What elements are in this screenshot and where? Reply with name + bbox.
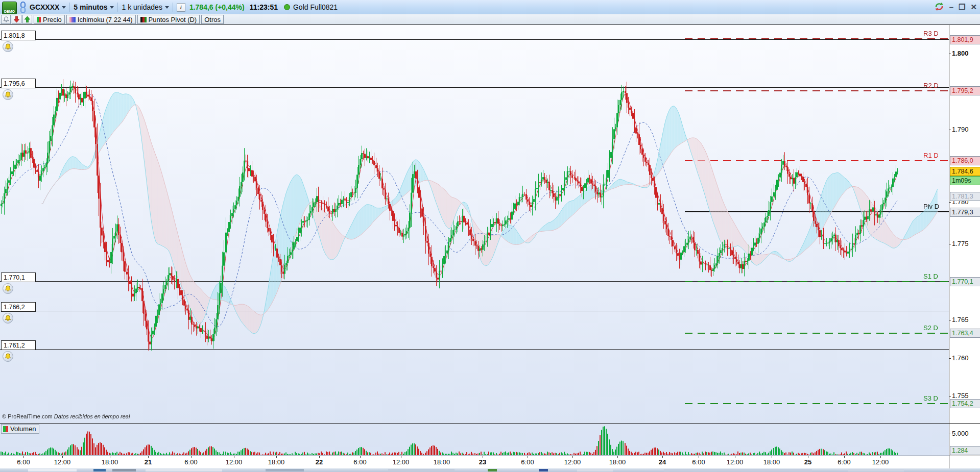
day-label: 22 <box>316 458 323 466</box>
price-tag-1.779,3[interactable]: 1.779,3 <box>950 208 980 217</box>
pivot-label-Piv-D: Piv D <box>923 203 939 210</box>
divider <box>69 3 70 12</box>
volume-separator <box>0 423 980 424</box>
maximize-button[interactable]: ❐ <box>959 3 965 11</box>
link-icon[interactable] <box>19 2 27 13</box>
alarm-button[interactable] <box>1 15 11 24</box>
taskbar-item[interactable] <box>266 469 304 471</box>
tab-label: Precio <box>43 16 62 23</box>
pivot-label-S2-D: S2 D <box>923 324 938 332</box>
axis-tick-label: 5.000 <box>952 430 969 437</box>
alert-price-label[interactable]: 1.801,8 <box>1 31 36 40</box>
pivot-icon <box>140 17 147 22</box>
minimize-button[interactable]: – <box>949 3 953 11</box>
taskbar-sliver[interactable] <box>0 468 980 472</box>
price-axis[interactable]: 1.8001.7901.7801.7751.7651.7601.7555.000… <box>949 24 980 456</box>
price-tag-1.786,0[interactable]: 1.786,0 <box>950 156 980 165</box>
price-tag-1.781,3[interactable]: 1.781,3 <box>950 192 980 201</box>
hour-label: 18:00 <box>609 458 626 466</box>
taskbar-item[interactable] <box>664 469 812 471</box>
volume-icon <box>3 426 8 432</box>
symbol-label: GCXXXX <box>30 3 59 11</box>
buy-arrow-button[interactable] <box>22 15 32 24</box>
taskbar-item[interactable] <box>146 469 222 471</box>
alert-bell-icon[interactable] <box>3 283 13 294</box>
timeframe-dropdown[interactable]: 5 minutos <box>74 0 114 14</box>
alert-price-label[interactable]: 1.795,6 <box>1 79 36 88</box>
close-button[interactable]: ✕ <box>970 3 977 11</box>
clock: 11:23:51 <box>250 3 278 11</box>
feed-name: Gold Full0821 <box>293 3 338 11</box>
axis-tick-label: 1.775 <box>952 240 969 247</box>
price-tag-1.795,2[interactable]: 1.795,2 <box>950 86 980 95</box>
price-tag-1.284[interactable]: 1.284 <box>950 446 980 455</box>
arrow-down-icon <box>14 16 19 22</box>
price-tag-1.754,2[interactable]: 1.754,2 <box>950 399 980 408</box>
taskbar-item[interactable] <box>488 469 497 471</box>
alert-price-label[interactable]: 1.766,2 <box>1 302 36 312</box>
price-tag-1.770,1[interactable]: 1.770,1 <box>950 277 980 286</box>
pivot-label-R3-D: R3 D <box>923 30 939 37</box>
units-dropdown[interactable]: 1 k unidades <box>122 0 169 14</box>
divider <box>173 3 173 12</box>
axis-tick-label: 1.765 <box>952 316 969 324</box>
day-label: 25 <box>804 458 811 466</box>
feed-status-icon <box>284 4 290 10</box>
alert-price-label[interactable]: 1.770,1 <box>1 272 36 282</box>
arrow-up-icon <box>25 16 30 22</box>
chevron-down-icon <box>62 6 66 9</box>
symbol-dropdown[interactable]: GCXXXX <box>30 0 66 14</box>
alert-bell-icon[interactable] <box>3 41 13 52</box>
info-icon[interactable]: i <box>177 3 185 12</box>
taskbar-item[interactable] <box>577 469 613 471</box>
divider <box>117 3 118 12</box>
axis-tick-label: 1.800 <box>952 49 969 57</box>
price-tag-1.801,9[interactable]: 1.801,9 <box>950 35 980 44</box>
taskbar-item[interactable] <box>28 469 77 471</box>
hour-label: 6:00 <box>17 458 30 466</box>
day-label: 21 <box>145 458 152 466</box>
volume-label: Volumen <box>10 425 36 433</box>
hour-label: 12:00 <box>226 458 243 466</box>
hour-label: 6:00 <box>521 458 534 466</box>
price-tag-1.763,4[interactable]: 1.763,4 <box>950 329 980 338</box>
alert-bell-icon[interactable] <box>3 89 13 100</box>
price-chart-canvas[interactable] <box>0 24 949 456</box>
taskbar-item[interactable] <box>539 469 548 471</box>
last-price-change: 1.784,6 (+0,44%) <box>189 3 245 11</box>
pivot-label-R1-D: R1 D <box>923 152 939 159</box>
tab-label: Puntos Pivot (D) <box>149 16 197 23</box>
timeframe-label: 5 minutos <box>74 3 107 11</box>
volume-indicator-tag[interactable]: Volumen <box>1 424 39 434</box>
tab-otros[interactable]: Otros <box>201 15 224 24</box>
alert-bell-icon[interactable] <box>3 351 13 362</box>
hour-label: 6:00 <box>184 458 197 466</box>
price-tag-1.784,6[interactable]: 1.784,6 <box>950 167 980 176</box>
title-bar: DEMO GCXXXX 5 minutos 1 k unidades i 1.7… <box>0 0 980 15</box>
price-tag-1m09s[interactable]: 1m09s <box>950 176 980 185</box>
refresh-icon[interactable] <box>934 2 944 11</box>
alert-price-label[interactable]: 1.761,2 <box>1 340 36 350</box>
prorealtime-window: DEMO GCXXXX 5 minutos 1 k unidades i 1.7… <box>0 0 980 472</box>
price-axis-border <box>949 24 949 468</box>
hour-label: 6:00 <box>692 458 705 466</box>
hour-label: 6:00 <box>838 458 850 466</box>
tab-puntos-pivot-d[interactable]: Puntos Pivot (D) <box>137 15 200 24</box>
hour-label: 12:00 <box>872 458 889 466</box>
hour-label: 18:00 <box>268 458 285 466</box>
taskbar-item[interactable] <box>388 469 455 471</box>
tab-precio[interactable]: Precio <box>34 15 65 24</box>
indicator-toolbar: PrecioIchimoku (7 22 44)Puntos Pivot (D)… <box>0 14 980 25</box>
tab-label: Otros <box>204 16 221 23</box>
time-axis[interactable]: 6:0012:0018:00216:0012:0018:00226:0012:0… <box>0 456 980 468</box>
axis-tick-label: 1.790 <box>952 126 969 133</box>
taskbar-item[interactable] <box>93 469 106 471</box>
tab-ichimoku-7-22-44[interactable]: Ichimoku (7 22 44) <box>66 15 136 24</box>
sell-arrow-button[interactable] <box>12 15 21 24</box>
taskbar-item[interactable] <box>848 469 904 471</box>
axis-tick-label: 1.755 <box>952 392 969 400</box>
chart-top-border <box>0 24 980 25</box>
bell-icon <box>3 16 9 22</box>
alert-bell-icon[interactable] <box>3 313 13 324</box>
taskbar-item[interactable] <box>112 469 136 471</box>
